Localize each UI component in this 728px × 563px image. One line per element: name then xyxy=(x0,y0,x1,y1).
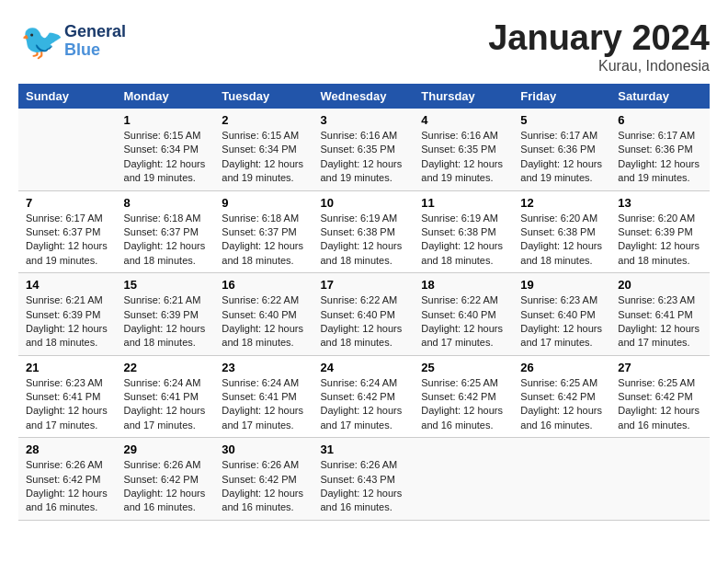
page-header: 🐦 General Blue January 2024 Kurau, Indon… xyxy=(18,18,710,75)
calendar-cell: 9Sunrise: 6:18 AM Sunset: 6:37 PM Daylig… xyxy=(214,190,313,273)
day-number: 31 xyxy=(321,442,407,456)
day-info: Sunrise: 6:26 AM Sunset: 6:43 PM Dayligh… xyxy=(321,458,407,515)
calendar-cell: 20Sunrise: 6:23 AM Sunset: 6:41 PM Dayli… xyxy=(610,273,710,356)
calendar-week-row: 1Sunrise: 6:15 AM Sunset: 6:34 PM Daylig… xyxy=(18,109,710,190)
calendar-cell: 5Sunrise: 6:17 AM Sunset: 6:36 PM Daylig… xyxy=(513,109,610,190)
day-number: 13 xyxy=(618,196,702,210)
day-number: 23 xyxy=(222,361,305,374)
calendar-body: 1Sunrise: 6:15 AM Sunset: 6:34 PM Daylig… xyxy=(18,109,710,520)
month-title: January 2024 xyxy=(488,18,710,58)
title-block: January 2024 Kurau, Indonesia xyxy=(488,18,710,75)
day-number: 1 xyxy=(124,113,208,127)
calendar-cell: 15Sunrise: 6:21 AM Sunset: 6:39 PM Dayli… xyxy=(117,273,215,356)
calendar-cell: 26Sunrise: 6:25 AM Sunset: 6:42 PM Dayli… xyxy=(513,355,610,438)
calendar-cell: 23Sunrise: 6:24 AM Sunset: 6:41 PM Dayli… xyxy=(214,355,313,438)
svg-text:🐦: 🐦 xyxy=(20,20,64,63)
calendar-cell: 31Sunrise: 6:26 AM Sunset: 6:43 PM Dayli… xyxy=(313,438,415,521)
day-number: 7 xyxy=(26,196,109,210)
calendar-cell: 16Sunrise: 6:22 AM Sunset: 6:40 PM Dayli… xyxy=(214,273,313,356)
calendar-cell xyxy=(18,109,117,190)
weekday-header-tuesday: Tuesday xyxy=(214,84,313,109)
day-number: 9 xyxy=(222,196,305,210)
day-info: Sunrise: 6:15 AM Sunset: 6:34 PM Dayligh… xyxy=(222,129,305,186)
calendar-cell: 22Sunrise: 6:24 AM Sunset: 6:41 PM Dayli… xyxy=(117,355,215,438)
day-number: 22 xyxy=(124,361,208,374)
calendar-cell: 17Sunrise: 6:22 AM Sunset: 6:40 PM Dayli… xyxy=(313,273,415,356)
day-number: 12 xyxy=(520,196,603,210)
day-info: Sunrise: 6:25 AM Sunset: 6:42 PM Dayligh… xyxy=(520,376,603,433)
calendar-cell: 13Sunrise: 6:20 AM Sunset: 6:39 PM Dayli… xyxy=(610,190,710,273)
day-number: 2 xyxy=(222,113,305,127)
weekday-header-monday: Monday xyxy=(117,84,215,109)
day-number: 26 xyxy=(520,361,603,374)
day-number: 16 xyxy=(222,278,305,292)
day-info: Sunrise: 6:16 AM Sunset: 6:35 PM Dayligh… xyxy=(421,129,506,186)
weekday-header-row: SundayMondayTuesdayWednesdayThursdayFrid… xyxy=(18,84,710,109)
calendar-cell: 4Sunrise: 6:16 AM Sunset: 6:35 PM Daylig… xyxy=(414,109,513,190)
day-info: Sunrise: 6:17 AM Sunset: 6:36 PM Dayligh… xyxy=(520,129,603,186)
calendar-cell: 28Sunrise: 6:26 AM Sunset: 6:42 PM Dayli… xyxy=(18,438,117,521)
day-number: 8 xyxy=(124,196,208,210)
day-info: Sunrise: 6:18 AM Sunset: 6:37 PM Dayligh… xyxy=(124,212,208,269)
day-info: Sunrise: 6:24 AM Sunset: 6:41 PM Dayligh… xyxy=(124,376,208,433)
calendar-week-row: 28Sunrise: 6:26 AM Sunset: 6:42 PM Dayli… xyxy=(18,438,710,521)
weekday-header-wednesday: Wednesday xyxy=(313,84,415,109)
day-info: Sunrise: 6:17 AM Sunset: 6:37 PM Dayligh… xyxy=(26,212,109,269)
day-number: 11 xyxy=(421,196,506,210)
day-number: 27 xyxy=(618,361,702,374)
day-number: 19 xyxy=(520,278,603,292)
calendar-cell: 11Sunrise: 6:19 AM Sunset: 6:38 PM Dayli… xyxy=(414,190,513,273)
day-number: 10 xyxy=(321,196,407,210)
calendar-cell: 6Sunrise: 6:17 AM Sunset: 6:36 PM Daylig… xyxy=(610,109,710,190)
calendar-cell: 24Sunrise: 6:24 AM Sunset: 6:42 PM Dayli… xyxy=(313,355,415,438)
calendar-cell: 30Sunrise: 6:26 AM Sunset: 6:42 PM Dayli… xyxy=(214,438,313,521)
calendar-cell: 21Sunrise: 6:23 AM Sunset: 6:41 PM Dayli… xyxy=(18,355,117,438)
weekday-header-thursday: Thursday xyxy=(414,84,513,109)
day-info: Sunrise: 6:20 AM Sunset: 6:38 PM Dayligh… xyxy=(520,212,603,269)
day-info: Sunrise: 6:22 AM Sunset: 6:40 PM Dayligh… xyxy=(321,293,407,350)
day-info: Sunrise: 6:26 AM Sunset: 6:42 PM Dayligh… xyxy=(124,458,208,515)
day-info: Sunrise: 6:24 AM Sunset: 6:42 PM Dayligh… xyxy=(321,376,407,433)
logo-text: General Blue xyxy=(64,23,126,60)
weekday-header-sunday: Sunday xyxy=(18,84,117,109)
calendar-cell: 18Sunrise: 6:22 AM Sunset: 6:40 PM Dayli… xyxy=(414,273,513,356)
day-number: 20 xyxy=(618,278,702,292)
day-info: Sunrise: 6:22 AM Sunset: 6:40 PM Dayligh… xyxy=(421,293,506,350)
day-number: 14 xyxy=(26,278,109,292)
day-info: Sunrise: 6:24 AM Sunset: 6:41 PM Dayligh… xyxy=(222,376,305,433)
day-info: Sunrise: 6:26 AM Sunset: 6:42 PM Dayligh… xyxy=(26,458,109,515)
calendar-cell: 2Sunrise: 6:15 AM Sunset: 6:34 PM Daylig… xyxy=(214,109,313,190)
day-number: 15 xyxy=(124,278,208,292)
calendar-cell: 3Sunrise: 6:16 AM Sunset: 6:35 PM Daylig… xyxy=(313,109,415,190)
day-number: 21 xyxy=(26,361,109,374)
day-info: Sunrise: 6:15 AM Sunset: 6:34 PM Dayligh… xyxy=(124,129,208,186)
day-info: Sunrise: 6:19 AM Sunset: 6:38 PM Dayligh… xyxy=(421,212,506,269)
day-number: 4 xyxy=(421,113,506,127)
weekday-header-saturday: Saturday xyxy=(610,84,710,109)
calendar-cell: 7Sunrise: 6:17 AM Sunset: 6:37 PM Daylig… xyxy=(18,190,117,273)
day-number: 18 xyxy=(421,278,506,292)
day-info: Sunrise: 6:23 AM Sunset: 6:40 PM Dayligh… xyxy=(520,293,603,350)
day-info: Sunrise: 6:21 AM Sunset: 6:39 PM Dayligh… xyxy=(124,293,208,350)
day-info: Sunrise: 6:25 AM Sunset: 6:42 PM Dayligh… xyxy=(421,376,506,433)
logo-bird-icon: 🐦 xyxy=(18,18,64,64)
calendar-cell: 1Sunrise: 6:15 AM Sunset: 6:34 PM Daylig… xyxy=(117,109,215,190)
day-info: Sunrise: 6:17 AM Sunset: 6:36 PM Dayligh… xyxy=(618,129,702,186)
calendar-cell xyxy=(414,438,513,521)
day-info: Sunrise: 6:16 AM Sunset: 6:35 PM Dayligh… xyxy=(321,129,407,186)
day-info: Sunrise: 6:19 AM Sunset: 6:38 PM Dayligh… xyxy=(321,212,407,269)
day-info: Sunrise: 6:23 AM Sunset: 6:41 PM Dayligh… xyxy=(618,293,702,350)
calendar-week-row: 14Sunrise: 6:21 AM Sunset: 6:39 PM Dayli… xyxy=(18,273,710,356)
day-number: 28 xyxy=(26,442,109,456)
day-number: 29 xyxy=(124,442,208,456)
day-number: 25 xyxy=(421,361,506,374)
calendar-cell: 14Sunrise: 6:21 AM Sunset: 6:39 PM Dayli… xyxy=(18,273,117,356)
day-number: 24 xyxy=(321,361,407,374)
calendar-cell: 27Sunrise: 6:25 AM Sunset: 6:42 PM Dayli… xyxy=(610,355,710,438)
calendar-cell xyxy=(610,438,710,521)
calendar-week-row: 7Sunrise: 6:17 AM Sunset: 6:37 PM Daylig… xyxy=(18,190,710,273)
day-info: Sunrise: 6:26 AM Sunset: 6:42 PM Dayligh… xyxy=(222,458,305,515)
calendar-cell: 10Sunrise: 6:19 AM Sunset: 6:38 PM Dayli… xyxy=(313,190,415,273)
weekday-header-friday: Friday xyxy=(513,84,610,109)
calendar-table: SundayMondayTuesdayWednesdayThursdayFrid… xyxy=(18,84,710,521)
